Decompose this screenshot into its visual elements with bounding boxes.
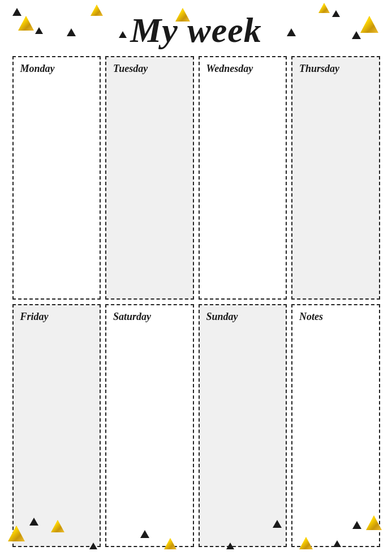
day-box-saturday[interactable]: Saturday bbox=[105, 304, 194, 548]
black-triangle-t3 bbox=[67, 28, 76, 36]
day-label-thursday: Thursday bbox=[292, 57, 379, 75]
day-label-wednesday: Wednesday bbox=[200, 57, 286, 75]
day-label-sunday: Sunday bbox=[200, 305, 286, 323]
black-triangle-b1 bbox=[29, 518, 38, 526]
page-title: My week bbox=[130, 10, 262, 50]
black-triangle-b7 bbox=[352, 521, 361, 529]
day-box-notes[interactable]: Notes bbox=[291, 304, 380, 548]
days-grid: MondayTuesdayWednesdayThursdayFridaySatu… bbox=[12, 56, 380, 547]
gold-triangle-top-right2 bbox=[318, 3, 330, 13]
black-triangle-t2 bbox=[35, 27, 43, 34]
day-box-tuesday[interactable]: Tuesday bbox=[105, 56, 194, 300]
day-box-sunday[interactable]: Sunday bbox=[199, 304, 287, 548]
gold-triangle-top-left bbox=[18, 16, 34, 31]
day-label-notes: Notes bbox=[292, 305, 379, 323]
black-triangle-t4 bbox=[119, 31, 127, 38]
day-box-friday[interactable]: Friday bbox=[12, 304, 101, 548]
day-box-thursday[interactable]: Thursday bbox=[291, 56, 380, 300]
black-triangle-t5 bbox=[287, 28, 296, 36]
gold-triangle-top-right bbox=[360, 16, 378, 33]
day-box-wednesday[interactable]: Wednesday bbox=[199, 56, 287, 300]
black-triangle-b3 bbox=[140, 530, 149, 538]
black-triangle-b5 bbox=[273, 520, 282, 528]
black-triangle-b2 bbox=[89, 543, 97, 549]
day-label-tuesday: Tuesday bbox=[106, 57, 193, 75]
day-box-monday[interactable]: Monday bbox=[12, 56, 101, 300]
black-triangle-b4 bbox=[226, 543, 234, 549]
black-triangle-t7 bbox=[352, 31, 361, 39]
gold-triangle-top-left2 bbox=[91, 5, 103, 16]
day-label-monday: Monday bbox=[14, 57, 100, 75]
weekly-planner-page: My week MondayTuesdayWednesdayThursdayFr… bbox=[0, 0, 392, 555]
day-label-friday: Friday bbox=[14, 305, 100, 323]
black-triangle-t6 bbox=[332, 10, 340, 17]
black-triangle-b6 bbox=[333, 540, 341, 547]
day-label-saturday: Saturday bbox=[106, 305, 193, 323]
black-triangle-t1 bbox=[12, 8, 21, 16]
